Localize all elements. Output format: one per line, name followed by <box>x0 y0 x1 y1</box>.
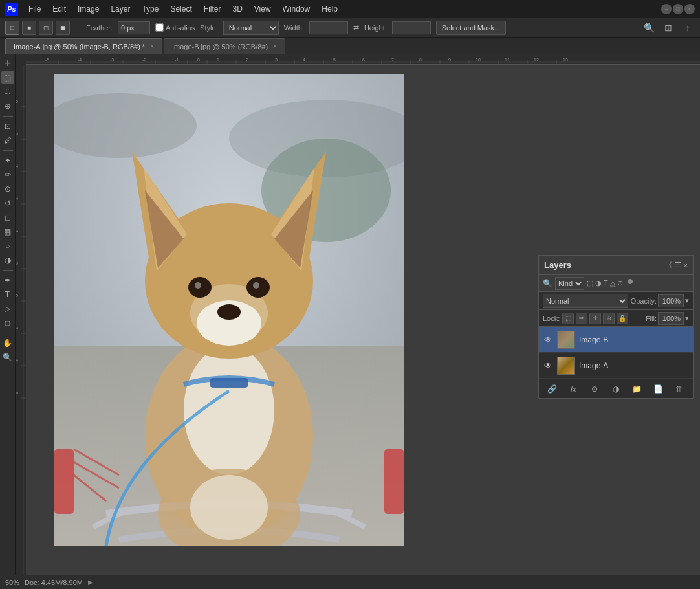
menu-image[interactable]: Image <box>72 3 104 15</box>
swap-icon[interactable]: ⇄ <box>353 23 359 32</box>
tab-image-b-close[interactable]: × <box>273 43 277 50</box>
layers-menu-button[interactable]: ☰ <box>675 261 681 269</box>
lock-all-icon[interactable]: 🔒 <box>617 313 628 324</box>
toolbox: ✛ ⬚ ℒ ⊕ ⊡ 🖊 ✦ ✏ ⊙ ↺ ◻ ▦ ○ ◑ ✒ T ▷ □ ✋ 🔍 <box>0 54 16 575</box>
ruler-corner <box>16 54 26 65</box>
layer-a-visibility[interactable]: 👁 <box>543 361 553 371</box>
eraser-tool[interactable]: ◻ <box>1 211 14 224</box>
adjustment-filter-icon[interactable]: ◑ <box>595 279 602 287</box>
new-adjustment-button[interactable]: ◑ <box>609 383 622 395</box>
rect-select-b[interactable]: ■ <box>22 21 36 35</box>
new-group-button[interactable]: 📁 <box>631 383 644 395</box>
delete-layer-button[interactable]: 🗑 <box>673 383 686 395</box>
antialiase-check: Anti-alias <box>155 23 195 32</box>
tab-image-a[interactable]: Image-A.jpg @ 50% (Image-B, RGB/8#) * × <box>5 38 162 54</box>
layers-panel-title: Layers <box>544 260 571 270</box>
eyedrop-tool[interactable]: 🖊 <box>1 134 14 147</box>
lasso-tool[interactable]: ◻ <box>39 21 53 35</box>
layers-close-button[interactable]: × <box>684 261 688 269</box>
stamp-tool[interactable]: ⊙ <box>1 183 14 195</box>
layer-item-image-b[interactable]: 👁 Image-B <box>539 327 693 353</box>
layer-b-visibility[interactable]: 👁 <box>543 335 553 345</box>
shape-filter-icon[interactable]: △ <box>610 279 615 287</box>
layout-button[interactable]: ⊞ <box>661 21 675 35</box>
fill-arrow[interactable]: ▾ <box>685 314 689 322</box>
blur-tool[interactable]: ○ <box>1 239 14 252</box>
move-tool[interactable]: ✛ <box>1 57 14 70</box>
text-filter-icon[interactable]: T <box>604 279 608 287</box>
minimize-button[interactable]: – <box>661 4 672 14</box>
heal-tool[interactable]: ✦ <box>1 154 14 167</box>
menu-3d[interactable]: 3D <box>227 3 247 15</box>
brush-tool[interactable]: ✏ <box>1 168 14 181</box>
blend-mode-select[interactable]: Normal Multiply Screen Overlay <box>543 294 628 308</box>
layers-panel: Layers 《 ☰ × 🔍 Kind ⬚ ◑ T △ ⊕ Nor <box>538 255 694 399</box>
hand-tool[interactable]: ✋ <box>1 337 14 350</box>
tab-image-b[interactable]: Image-B.jpg @ 50% (RGB/8#) × <box>164 38 285 54</box>
height-input[interactable] <box>392 21 431 34</box>
fx-button[interactable]: fx <box>567 383 580 395</box>
pixel-filter-icon[interactable]: ⬚ <box>587 279 593 287</box>
rect-select-tool[interactable]: □ <box>5 21 19 35</box>
tab-image-a-close[interactable]: × <box>150 43 154 50</box>
close-button[interactable]: × <box>684 4 695 14</box>
svg-text:2: 2 <box>246 58 248 62</box>
svg-text:-2: -2 <box>142 58 146 62</box>
zoom-tool[interactable]: 🔍 <box>1 351 14 364</box>
maximize-button[interactable]: □ <box>673 4 683 14</box>
link-layers-button[interactable]: 🔗 <box>545 383 558 395</box>
menu-edit[interactable]: Edit <box>47 3 71 15</box>
lock-pixels-icon[interactable]: ⬚ <box>562 313 574 324</box>
smart-filter-icon[interactable]: ⊕ <box>617 279 623 287</box>
dodge-tool[interactable]: ◑ <box>1 254 14 267</box>
history-tool[interactable]: ↺ <box>1 197 14 210</box>
lock-draw-icon[interactable]: ✏ <box>576 313 587 324</box>
toolbar-separator-1 <box>78 21 78 34</box>
pen-tool[interactable]: ✒ <box>1 274 14 287</box>
layers-collapse-button[interactable]: 《 <box>665 260 672 270</box>
titlebar: Ps File Edit Image Layer Type Select Fil… <box>0 0 700 18</box>
crop-tool[interactable]: ⊡ <box>1 120 14 133</box>
lasso-tool[interactable]: ℒ <box>1 85 14 98</box>
gradient-tool[interactable]: ▦ <box>1 225 14 238</box>
menu-view[interactable]: View <box>249 3 276 15</box>
svg-text:5: 5 <box>16 262 19 265</box>
path-tool[interactable]: ▷ <box>1 302 14 315</box>
new-layer-button[interactable]: 📄 <box>652 383 665 395</box>
layers-kind-select[interactable]: Kind <box>555 277 584 290</box>
workspace-button[interactable]: ↑ <box>681 21 695 35</box>
style-select[interactable]: Normal Fixed Ratio Fixed Size <box>223 21 279 35</box>
quick-select-tool[interactable]: ⊕ <box>1 100 14 113</box>
tab-image-a-label: Image-A.jpg @ 50% (Image-B, RGB/8#) * <box>14 43 145 50</box>
search-button[interactable]: 🔍 <box>642 21 656 35</box>
opacity-arrow[interactable]: ▾ <box>685 296 689 305</box>
menu-window[interactable]: Window <box>278 3 316 15</box>
add-mask-button[interactable]: ⊙ <box>588 383 601 395</box>
fill-input[interactable] <box>658 312 684 325</box>
fill-label: Fill: <box>646 315 657 322</box>
opacity-input[interactable] <box>658 294 684 307</box>
width-input[interactable] <box>309 21 348 34</box>
menu-filter[interactable]: Filter <box>199 3 226 15</box>
svg-text:9: 9 <box>16 392 19 394</box>
menu-help[interactable]: Help <box>316 3 343 15</box>
select-mask-button[interactable]: Select and Mask... <box>436 21 507 35</box>
menu-select[interactable]: Select <box>165 3 197 15</box>
filter-active-dot <box>628 279 633 284</box>
magic-select-tool[interactable]: ◼ <box>56 21 70 35</box>
menu-layer[interactable]: Layer <box>105 3 135 15</box>
layer-item-image-a[interactable]: 👁 Image-A <box>539 353 693 379</box>
text-tool[interactable]: T <box>1 288 14 301</box>
feather-input[interactable] <box>118 21 150 34</box>
antialiase-checkbox[interactable] <box>155 23 164 32</box>
layer-a-name: Image-A <box>579 361 689 370</box>
statusbar-arrow[interactable]: ▶ <box>88 579 93 586</box>
canvas-image <box>54 74 404 546</box>
lock-move-icon[interactable]: ✛ <box>589 313 601 324</box>
shape-tool[interactable]: □ <box>1 317 14 329</box>
svg-text:9: 9 <box>448 58 451 62</box>
lock-artboard-icon[interactable]: ⊕ <box>603 313 615 324</box>
menu-type[interactable]: Type <box>137 3 164 15</box>
menu-file[interactable]: File <box>23 3 46 15</box>
select-tool[interactable]: ⬚ <box>1 71 14 84</box>
